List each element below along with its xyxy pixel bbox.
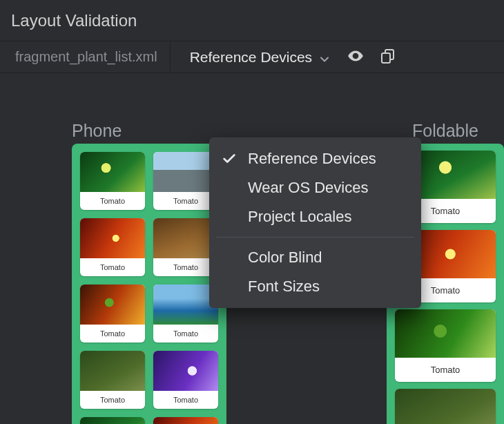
toolbar: fragment_plant_list.xml Reference Device… <box>0 41 504 73</box>
copy-stack-icon[interactable] <box>380 48 396 67</box>
list-item: Tomato <box>153 285 218 343</box>
menu-item-reference-devices[interactable]: Reference Devices <box>209 144 421 173</box>
menu-item-label: Reference Devices <box>248 150 376 168</box>
menu-item-label: Color Blind <box>248 249 322 267</box>
menu-item-label: Project Locales <box>248 208 351 226</box>
file-tab-label: fragment_plant_list.xml <box>15 49 157 65</box>
card-caption: Tomato <box>80 258 145 276</box>
menu-item-label: Wear OS Devices <box>248 179 368 197</box>
file-tab[interactable]: fragment_plant_list.xml <box>0 41 171 73</box>
card-caption: Tomato <box>80 391 145 409</box>
card-caption: Tomato <box>153 325 218 343</box>
list-item: Tomato <box>153 218 218 276</box>
svg-point-0 <box>354 54 357 57</box>
menu-separator <box>216 237 414 238</box>
panel-title: Layout Validation <box>11 11 137 30</box>
card-caption: Tomato <box>153 391 218 409</box>
list-item: Tomato <box>80 152 145 210</box>
device-label-foldable: Foldable <box>412 121 504 141</box>
card-caption: Tomato <box>153 258 218 276</box>
preview-phone[interactable]: Tomato Tomato Tomato Tomato Tomato Tomat… <box>72 144 226 424</box>
list-item: Tomato <box>395 309 496 382</box>
chevron-down-icon <box>319 52 330 63</box>
list-item <box>80 417 145 424</box>
device-category-menu: Reference Devices Wear OS Devices Projec… <box>209 137 421 308</box>
menu-item-label: Font Sizes <box>248 278 320 296</box>
list-item: Tomato <box>153 152 218 210</box>
menu-item-wear-os-devices[interactable]: Wear OS Devices <box>209 173 421 202</box>
svg-rect-2 <box>382 53 390 63</box>
menu-item-font-sizes[interactable]: Font Sizes <box>209 272 421 301</box>
check-icon <box>220 151 238 166</box>
list-item: Tomato <box>80 351 145 409</box>
list-item: Tomato <box>153 351 218 409</box>
device-label-phone: Phone <box>72 121 122 141</box>
list-item: Tomato <box>80 285 145 343</box>
visibility-icon[interactable] <box>347 47 365 68</box>
card-caption: Tomato <box>153 192 218 210</box>
dropdown-label: Reference Devices <box>190 49 312 66</box>
device-category-dropdown[interactable]: Reference Devices <box>186 41 334 73</box>
card-caption: Tomato <box>80 192 145 210</box>
menu-item-project-locales[interactable]: Project Locales <box>209 202 421 231</box>
card-caption: Tomato <box>395 358 496 382</box>
menu-item-color-blind[interactable]: Color Blind <box>209 243 421 272</box>
list-item: Tomato <box>80 218 145 276</box>
preview-canvas: Phone Foldable Tomato Tomato Tomato Toma… <box>0 73 504 424</box>
card-caption: Tomato <box>80 325 145 343</box>
title-bar: Layout Validation <box>0 0 504 41</box>
list-item <box>153 417 218 424</box>
list-item <box>395 389 496 424</box>
